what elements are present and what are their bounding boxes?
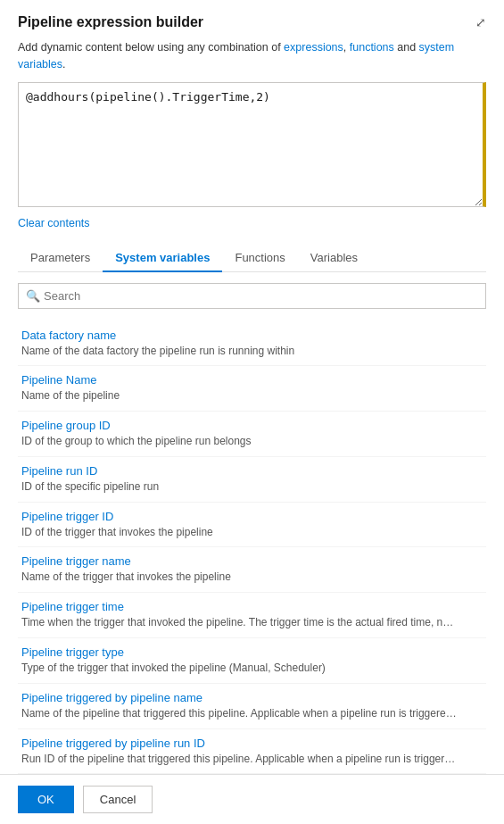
variable-name: Pipeline triggered by pipeline name [21, 691, 483, 704]
tabs-container: Parameters System variables Functions Va… [18, 244, 486, 272]
list-item[interactable]: Pipeline triggered by pipeline nameName … [18, 684, 486, 729]
variable-name: Pipeline Name [21, 373, 483, 387]
list-item[interactable]: Data factory nameName of the data factor… [18, 321, 486, 367]
variable-name: Data factory name [21, 329, 483, 342]
description: Add dynamic content below using any comb… [18, 39, 486, 73]
description-text-before: Add dynamic content below using any comb… [18, 41, 284, 54]
search-icon: 🔍 [26, 289, 40, 303]
tab-parameters[interactable]: Parameters [18, 244, 103, 271]
variable-name: Pipeline run ID [21, 464, 483, 478]
list-item[interactable]: Pipeline trigger nameName of the trigger… [18, 547, 486, 593]
functions-link[interactable]: functions [350, 41, 394, 54]
tab-functions[interactable]: Functions [222, 244, 297, 271]
variable-desc: Time when the trigger that invoked the p… [21, 615, 459, 630]
description-text-between1: , [343, 41, 350, 54]
variables-scroll-area: Data factory nameName of the data factor… [18, 321, 486, 795]
variable-desc: ID of the group to which the pipeline ru… [21, 434, 459, 449]
description-text-after: . [62, 58, 65, 71]
variable-desc: Type of the trigger that invoked the pip… [21, 661, 459, 676]
variable-name: Pipeline trigger ID [21, 510, 483, 523]
list-item[interactable]: Pipeline triggered by pipeline run IDRun… [18, 729, 486, 775]
tab-system-variables[interactable]: System variables [103, 244, 222, 271]
ok-button[interactable]: OK [18, 786, 74, 813]
variable-name: Pipeline triggered by pipeline run ID [21, 737, 483, 750]
list-item[interactable]: Pipeline trigger timeTime when the trigg… [18, 593, 486, 638]
panel-header: Pipeline expression builder ⤢ [18, 14, 486, 30]
variable-desc: ID of the trigger that invokes the pipel… [21, 525, 459, 540]
variable-name: Pipeline trigger name [21, 554, 483, 568]
cancel-button[interactable]: Cancel [83, 786, 153, 813]
variable-desc: Run ID of the pipeline that triggered th… [21, 752, 459, 767]
footer: OK Cancel [0, 774, 504, 824]
variable-desc: Name of the pipeline that triggered this… [21, 706, 459, 721]
variable-desc: Name of the pipeline [21, 388, 459, 404]
clear-contents-link[interactable]: Clear contents [18, 217, 90, 229]
variable-desc: ID of the specific pipeline run [21, 479, 459, 495]
variable-desc: Name of the trigger that invokes the pip… [21, 570, 459, 585]
tab-variables[interactable]: Variables [298, 244, 370, 271]
search-container: 🔍 [18, 283, 486, 309]
list-item[interactable]: Pipeline group IDID of the group to whic… [18, 412, 486, 457]
variable-name: Pipeline trigger type [21, 645, 483, 659]
description-text-between2: and [394, 41, 419, 54]
search-input[interactable] [18, 283, 486, 309]
variable-name: Pipeline group ID [21, 419, 483, 432]
list-item[interactable]: Pipeline trigger typeType of the trigger… [18, 638, 486, 684]
expression-input[interactable] [18, 82, 486, 207]
variables-list: Data factory nameName of the data factor… [18, 321, 486, 775]
variable-desc: Name of the data factory the pipeline ru… [21, 344, 459, 359]
variable-name: Pipeline trigger time [21, 600, 483, 613]
panel-container: Pipeline expression builder ⤢ Add dynami… [0, 0, 504, 809]
list-item[interactable]: Pipeline trigger IDID of the trigger tha… [18, 503, 486, 548]
expressions-link[interactable]: expressions [284, 41, 343, 54]
expand-icon[interactable]: ⤢ [475, 15, 486, 29]
list-item[interactable]: Pipeline run IDID of the specific pipeli… [18, 457, 486, 503]
panel-title: Pipeline expression builder [18, 14, 203, 30]
list-item[interactable]: Pipeline NameName of the pipeline [18, 366, 486, 412]
